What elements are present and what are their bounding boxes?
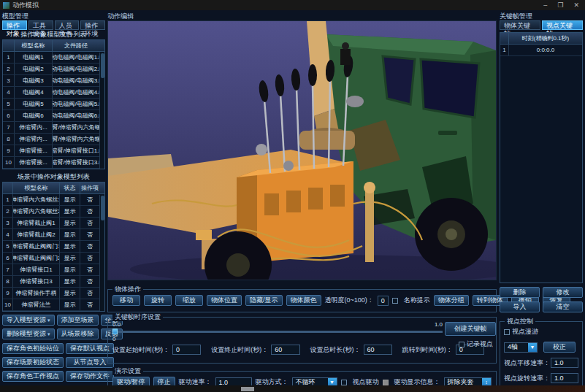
table-row[interactable]: 1伸缩臂内六角螺丝1显示否 bbox=[3, 194, 104, 206]
table-cell: 伸缩臂操作手柄 bbox=[13, 288, 60, 299]
keyframe-button[interactable]: 导入 bbox=[500, 301, 540, 312]
left-tabs: 操作对象工具设备人员角色操作环境 bbox=[2, 20, 105, 30]
table-cell: 否 bbox=[80, 299, 99, 310]
tab[interactable]: 工具设备 bbox=[28, 20, 53, 30]
table-row[interactable]: 3伸缩臂截止阀1显示否 bbox=[3, 218, 104, 229]
record-view-checkbox[interactable] bbox=[459, 342, 464, 347]
tab[interactable]: 物体关键帧 bbox=[500, 20, 540, 30]
table-row[interactable]: 7伸缩臂接口1显示否 bbox=[3, 264, 104, 276]
timeline-slider[interactable] bbox=[112, 328, 443, 334]
object-op-button[interactable]: 缩放 bbox=[175, 295, 203, 306]
remove-from-scene-button[interactable]: 从场景移除 bbox=[57, 328, 99, 339]
time-field-input[interactable]: 60 bbox=[364, 345, 392, 355]
object-ops-group: 物体操作 移动旋转缩放物体位置隐藏/显示物体颜色 透明度(0~100)： 0 名… bbox=[107, 289, 497, 312]
table-row[interactable]: 1电磁阀1不动电磁阀/电磁阀1.ive bbox=[3, 52, 104, 64]
view-control-title: 视点控制 bbox=[505, 318, 535, 326]
table-cell: 否 bbox=[80, 276, 99, 287]
scene-model-list-title: 场景中操作对象模型列表 bbox=[2, 172, 105, 182]
axis-select[interactable]: 4轴 ▼ bbox=[504, 342, 538, 353]
chevron-down-icon: ▾ bbox=[47, 318, 50, 323]
correct-button[interactable]: 校正 bbox=[543, 342, 576, 353]
tab[interactable]: 人员角色 bbox=[55, 20, 80, 30]
object-op-button[interactable]: 移动 bbox=[112, 295, 140, 306]
app-icon bbox=[3, 2, 9, 9]
keyframe-button[interactable]: 修改 bbox=[543, 287, 583, 298]
table-cell: 不动电磁阀/电磁阀6.ive bbox=[53, 110, 99, 121]
table-row[interactable]: 6伸缩臂截止阀阀门2显示否 bbox=[3, 253, 104, 264]
view-drive-checkbox[interactable] bbox=[341, 380, 347, 385]
table-row[interactable]: 9伸缩臂操作手柄显示否 bbox=[3, 288, 104, 299]
table-row[interactable]: 7伸缩臂内...伸缩臂/伸缩臂内六角螺丝... bbox=[3, 122, 104, 134]
save-button[interactable]: 保存场景初始状态 bbox=[2, 357, 64, 368]
table-row[interactable]: 3电磁阀3不动电磁阀/电磁阀3.ive bbox=[3, 75, 104, 87]
taskbar-icon[interactable] bbox=[241, 387, 254, 391]
table-row[interactable]: 10伸缩臂法兰显示否 bbox=[3, 299, 104, 311]
add-to-scene-button[interactable]: 添加至场景 bbox=[57, 315, 99, 326]
tab[interactable]: 操作对象 bbox=[2, 20, 27, 30]
table-row[interactable]: 2电磁阀2不动电磁阀/电磁阀2.ive bbox=[3, 64, 104, 75]
table-row[interactable]: 8伸缩臂接口3显示否 bbox=[3, 276, 104, 288]
close-button[interactable]: ✕ bbox=[573, 0, 579, 10]
table-row[interactable]: 10:0:0.0 bbox=[500, 45, 582, 56]
object-op-button[interactable]: 隐藏/显示 bbox=[245, 295, 283, 306]
maximize-button[interactable]: ❐ bbox=[557, 0, 563, 10]
table-row[interactable]: 5伸缩臂截止阀阀门1显示否 bbox=[3, 241, 104, 253]
model-file-scrollbar[interactable] bbox=[99, 53, 104, 169]
taskbar[interactable] bbox=[0, 385, 585, 392]
tab[interactable]: 视点关键帧 bbox=[542, 20, 583, 30]
table-cell: 7 bbox=[3, 122, 15, 133]
table-cell: 伸缩臂接口3 bbox=[13, 276, 60, 287]
slider-track[interactable] bbox=[112, 331, 443, 333]
save-button[interactable]: 保存角色工作视点 bbox=[2, 371, 64, 382]
table-row[interactable]: 2伸缩臂内六角螺丝2显示否 bbox=[3, 206, 104, 218]
slider-handle[interactable] bbox=[112, 328, 118, 334]
drive-info-checkbox[interactable] bbox=[383, 380, 389, 385]
delete-model-button[interactable]: 删除模型资源▾ bbox=[2, 328, 55, 339]
name-tip-checkbox[interactable] bbox=[392, 298, 398, 304]
table-cell: 6 bbox=[3, 110, 15, 121]
table-row[interactable]: 9伸缩臂接...伸缩臂/伸缩臂接口1.ive bbox=[3, 145, 104, 157]
table-row[interactable]: 6电磁阀6不动电磁阀/电磁阀6.ive bbox=[3, 110, 104, 122]
table-row[interactable]: 10伸缩臂接...伸缩臂/伸缩臂接口3.ive bbox=[3, 157, 104, 169]
header-file-path: 文件路径 bbox=[53, 40, 99, 51]
rotate-rate-input[interactable]: 1.0 bbox=[551, 373, 578, 383]
view-roam-checkbox[interactable] bbox=[504, 329, 510, 335]
keyframe-management-panel: 关键帧管理 物体关键帧视点关键帧 时刻(精确到0.1秒) 10:0:0.0 删除… bbox=[500, 12, 583, 385]
slider-value-label: 0 bbox=[112, 336, 492, 342]
save-button[interactable]: 保存角色初始站位 bbox=[2, 343, 64, 354]
import-model-button[interactable]: 导入模型资源▾ bbox=[2, 315, 55, 326]
object-op-button[interactable]: 物体位置 bbox=[207, 295, 242, 306]
table-cell: 伸缩臂/伸缩臂内六角螺丝... bbox=[53, 134, 99, 145]
table-row[interactable]: 5电磁阀5不动电磁阀/电磁阀5.ive bbox=[3, 99, 104, 110]
table-cell: 不动电磁阀/电磁阀5.ive bbox=[53, 99, 99, 109]
table-cell: 电磁阀2 bbox=[15, 64, 53, 74]
minimize-button[interactable]: – bbox=[543, 0, 547, 10]
pan-rate-label: 视点平移速率： bbox=[504, 358, 550, 368]
keyframe-button[interactable]: 清空 bbox=[543, 301, 583, 312]
tab[interactable]: 操作环境 bbox=[80, 20, 105, 30]
object-op-button[interactable]: 旋转 bbox=[144, 295, 172, 306]
keyframe-button[interactable]: 删除 bbox=[500, 287, 540, 298]
table-cell: 1 bbox=[3, 52, 15, 63]
table-cell: 9 bbox=[3, 145, 15, 156]
truck-3d-model bbox=[108, 21, 496, 280]
action-edit-panel: 动作编辑 bbox=[107, 12, 497, 385]
header-model-name: 模型名称 bbox=[15, 40, 53, 51]
pan-rate-input[interactable]: 1.0 bbox=[551, 358, 578, 368]
table-cell: 不动电磁阀/电磁阀2.ive bbox=[53, 64, 99, 74]
create-keyframe-button[interactable]: 创建关键帧 bbox=[445, 322, 496, 336]
time-field-input[interactable]: 0 bbox=[172, 345, 201, 355]
scene-model-scrollbar[interactable] bbox=[99, 195, 104, 311]
time-field-input[interactable]: 60 bbox=[271, 345, 299, 355]
keyframe-buttons: 删除修改导入清空 bbox=[500, 287, 583, 312]
transparency-input[interactable]: 0 bbox=[378, 296, 389, 306]
object-op-button[interactable]: 物体分组 bbox=[434, 295, 469, 306]
scene-model-table: 模型名称 状态 操作项 1伸缩臂内六角螺丝1显示否2伸缩臂内六角螺丝2显示否3伸… bbox=[2, 182, 105, 312]
table-cell: 10 bbox=[3, 157, 15, 168]
table-row[interactable]: 4伸缩臂截止阀2显示否 bbox=[3, 229, 104, 241]
viewport-3d[interactable] bbox=[107, 20, 497, 280]
table-row[interactable]: 4电磁阀4不动电磁阀/电磁阀4.ive bbox=[3, 87, 104, 99]
keyframe-timing-group: 关键帧时序设置 0.0 1.0 0 设置起始时间(秒)：0设置终止时间(秒)：6… bbox=[107, 317, 497, 364]
object-op-button[interactable]: 物体颜色 bbox=[286, 295, 321, 306]
table-row[interactable]: 8伸缩臂内...伸缩臂/伸缩臂内六角螺丝... bbox=[3, 134, 104, 145]
